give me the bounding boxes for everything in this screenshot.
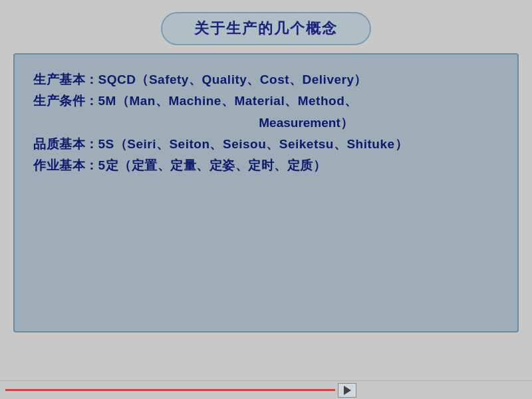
- line4-label: 作业基本：: [33, 158, 98, 172]
- line2-text: 5M（Man、Machine、Material、Method、: [98, 94, 358, 108]
- line3-label: 品质基本：: [33, 137, 98, 151]
- line1-label: 生产基本：: [33, 72, 98, 86]
- progress-bar: [5, 389, 335, 391]
- line2-label: 生产条件：: [33, 94, 98, 108]
- content-line-2-cont: Measurement）: [33, 112, 499, 134]
- play-icon: [344, 386, 351, 395]
- content-line-2: 生产条件：5M（Man、Machine、Material、Method、: [33, 90, 499, 112]
- main-content-box: 生产基本：SQCD（Safety、Quality、Cost、Delivery） …: [13, 53, 519, 332]
- line3-text: 5S（Seiri、Seiton、Seisou、Seiketsu、Shituke）: [98, 137, 408, 151]
- bottom-bar: [0, 380, 532, 399]
- content-line-3: 品质基本：5S（Seiri、Seiton、Seisou、Seiketsu、Shi…: [33, 134, 499, 155]
- play-button[interactable]: [338, 383, 356, 398]
- title-text: 关于生产的几个概念: [194, 20, 338, 37]
- header-area: 关于生产的几个概念: [0, 0, 532, 53]
- line4-text: 5定（定置、定量、定姿、定时、定质）: [98, 158, 327, 172]
- page-title: 关于生产的几个概念: [161, 12, 371, 45]
- content-line-1: 生产基本：SQCD（Safety、Quality、Cost、Delivery）: [33, 69, 499, 90]
- content-line-4: 作业基本：5定（定置、定量、定姿、定时、定质）: [33, 155, 499, 176]
- line1-text: SQCD（Safety、Quality、Cost、Delivery）: [98, 72, 368, 86]
- line2-cont-text: Measurement）: [259, 116, 353, 130]
